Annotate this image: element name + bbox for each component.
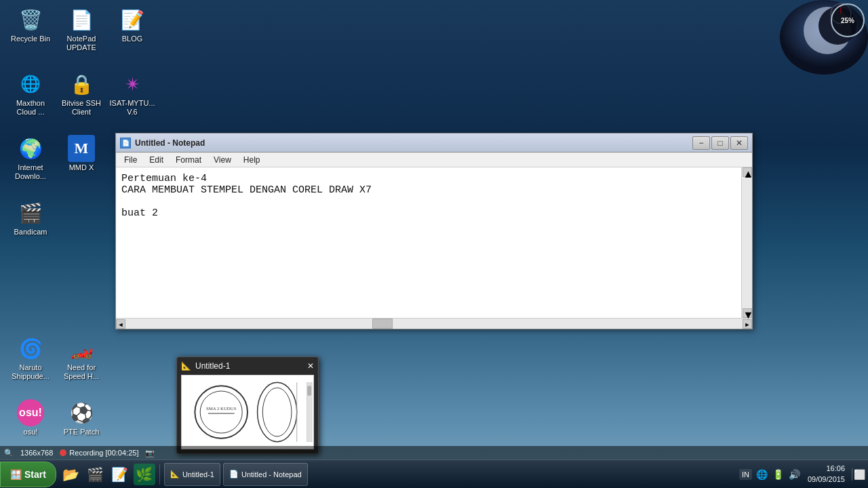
desktop-icon-maxthon[interactable]: 🌐 MaxthonCloud ... [3, 68, 58, 119]
quicklaunch-corel[interactable]: 🌿 [134, 464, 155, 485]
notepad-scrollbar-right[interactable]: ▲ ▼ [741, 167, 752, 318]
menu-help[interactable]: Help [238, 154, 266, 166]
mmd-icon: M [68, 135, 95, 162]
notepad-update-label: NotePadUPDATE [66, 35, 96, 52]
scrollbar-left-arrow[interactable]: ◄ [116, 319, 125, 329]
resolution-value: 1366x768 [20, 449, 53, 457]
blog-icon: 📝 [119, 6, 146, 33]
naruto-label: NarutoShippude... [12, 363, 50, 381]
svg-text:SMA 2 KUDUS: SMA 2 KUDUS [206, 406, 237, 411]
bandicam-label: Bandicam [14, 228, 47, 237]
language-indicator[interactable]: IN [739, 469, 752, 480]
recording-dot [60, 449, 66, 456]
menu-file[interactable]: File [119, 154, 142, 166]
need-speed-icon: 🏎️ [68, 335, 95, 362]
notepad-window: 📄 Untitled - Notepad − □ ✕ File Edit For… [115, 133, 753, 329]
osu-label: osu! [24, 428, 38, 436]
notepad-window-controls: − □ ✕ [692, 136, 748, 150]
pte-patch-icon: ⚽ [68, 399, 95, 426]
bitvise-label: Bitvise SSHClient [62, 99, 101, 117]
desktop-icon-bitvise[interactable]: 🔒 Bitvise SSHClient [54, 68, 108, 119]
network-tray-icon[interactable]: 🌐 [756, 468, 768, 481]
internet-dl-label: InternetDownlo... [15, 163, 46, 181]
quick-launch-section: 📂 🎬 📝 🌿 [59, 460, 157, 488]
scrollbar-up-arrow[interactable]: ▲ [743, 167, 752, 177]
close-button[interactable]: ✕ [730, 136, 748, 150]
notepad-taskbar-icon: 📄 [229, 470, 239, 479]
desktop-icon-osu[interactable]: osu! osu! [3, 396, 58, 439]
windows-icon: 🪟 [10, 469, 22, 480]
desktop-icon-blog[interactable]: 📝 BLOG [105, 3, 159, 46]
internet-dl-icon: 🌍 [17, 135, 44, 162]
desktop-icon-naruto[interactable]: 🌀 NarutoShippude... [3, 332, 58, 384]
show-desktop-icon[interactable]: ⬜ [852, 468, 864, 481]
notepad-menu: File Edit Format View Help [116, 152, 752, 167]
menu-view[interactable]: View [208, 154, 237, 166]
notepad-update-icon: 📄 [68, 6, 95, 33]
desktop-icon-isat[interactable]: ✴ ISAT-MYTU...V.6 [105, 68, 159, 119]
desktop-icon-bandicam[interactable]: 🎬 Bandicam [3, 197, 58, 239]
scrollbar-down-arrow[interactable]: ▼ [743, 308, 752, 318]
popup-title: 📐 Untitled-1 ✕ [181, 361, 314, 371]
notepad-line-1: Pertemuan ke-4 [121, 173, 728, 184]
notepad-scrollbar-bottom[interactable]: ◄ ► [116, 318, 752, 329]
taskbar-preview-popup: 📐 Untitled-1 ✕ SMA 2 KUDUS [176, 357, 319, 454]
notepad-taskbar-label: Untitled - Notepad [241, 470, 302, 479]
notepad-line-2: CARA MEMBUAT STEMPEL DENGAN COREL DRAW X… [121, 184, 728, 196]
bitvise-icon: 🔒 [68, 70, 95, 98]
maxthon-icon: 🌐 [17, 70, 44, 98]
notepad-title-left: 📄 Untitled - Notepad [120, 138, 205, 148]
clock-date: 09/09/2015 [808, 474, 845, 485]
taskbar-btn-corel[interactable]: 📐 Untitled-1 [164, 463, 220, 486]
system-tray: IN 🌐 🔋 🔊 16:06 09/09/2015 ⬜ [739, 464, 868, 485]
top-right-widget: 25% [780, 0, 868, 75]
start-button[interactable]: 🪟 Start [0, 462, 56, 487]
taskbar-btn-notepad[interactable]: 📄 Untitled - Notepad [223, 463, 308, 486]
menu-format[interactable]: Format [170, 154, 207, 166]
maxthon-label: MaxthonCloud ... [16, 99, 45, 117]
desktop-icon-recycle-bin[interactable]: 🗑️ Recycle Bin [3, 3, 58, 46]
notepad-app-icon: 📄 [120, 138, 131, 148]
mmd-label: MMD X [69, 163, 94, 172]
svg-rect-14 [307, 386, 311, 396]
recycle-bin-label: Recycle Bin [11, 35, 50, 43]
naruto-icon: 🌀 [17, 335, 44, 362]
pte-patch-label: PTE Patch [64, 428, 100, 436]
battery-tray-icon[interactable]: 🔋 [772, 468, 785, 481]
desktop: 🗑️ Recycle Bin 📄 NotePadUPDATE 📝 BLOG 🌐 … [0, 0, 868, 488]
desktop-icon-pte-patch[interactable]: ⚽ PTE Patch [54, 396, 108, 439]
minimize-button[interactable]: − [692, 136, 710, 150]
resolution-text: 🔍 [4, 449, 14, 458]
desktop-icon-notepad-update[interactable]: 📄 NotePadUPDATE [54, 3, 108, 55]
quicklaunch-media[interactable]: 🎬 [85, 464, 106, 485]
blog-label: BLOG [122, 35, 143, 43]
system-clock[interactable]: 16:06 09/09/2015 [805, 464, 848, 485]
corel-taskbar-icon: 📐 [170, 470, 180, 479]
restore-button[interactable]: □ [711, 136, 729, 150]
taskbar-separator [159, 464, 160, 485]
isat-icon: ✴ [119, 70, 146, 98]
osu-icon: osu! [17, 399, 44, 426]
bandicam-icon: 🎬 [17, 199, 44, 226]
menu-edit[interactable]: Edit [144, 154, 169, 166]
scrollbar-horizontal-thumb[interactable] [372, 319, 393, 329]
popup-close-icon[interactable]: ✕ [307, 361, 314, 371]
recording-indicator: Recording [00:04:25] [60, 449, 138, 457]
notepad-line-3 [121, 196, 728, 207]
scrollbar-horizontal-track [125, 319, 743, 329]
notepad-text-area[interactable]: Pertemuan ke-4 CARA MEMBUAT STEMPEL DENG… [116, 167, 741, 318]
desktop-icon-internet-dl[interactable]: 🌍 InternetDownlo... [3, 132, 58, 184]
quicklaunch-explorer[interactable]: 📂 [60, 464, 82, 485]
volume-tray-icon[interactable]: 🔊 [789, 468, 801, 481]
quicklaunch-notepad[interactable]: 📝 [109, 464, 131, 485]
open-windows-section: 📐 Untitled-1 📄 Untitled - Notepad [163, 460, 309, 488]
popup-thumbnail[interactable]: SMA 2 KUDUS [181, 375, 314, 449]
recycle-bin-icon: 🗑️ [17, 6, 44, 33]
desktop-icon-need-speed[interactable]: 🏎️ Need forSpeed H... [54, 332, 108, 384]
isat-label: ISAT-MYTU...V.6 [109, 99, 155, 117]
notepad-titlebar: 📄 Untitled - Notepad − □ ✕ [116, 134, 752, 152]
status-bar: 🔍 1366x768 Recording [00:04:25] 📷 [0, 446, 868, 460]
notepad-body: Pertemuan ke-4 CARA MEMBUAT STEMPEL DENG… [116, 167, 752, 318]
recording-text: Recording [00:04:25] [69, 449, 138, 457]
desktop-icon-mmd[interactable]: M MMD X [54, 132, 108, 175]
